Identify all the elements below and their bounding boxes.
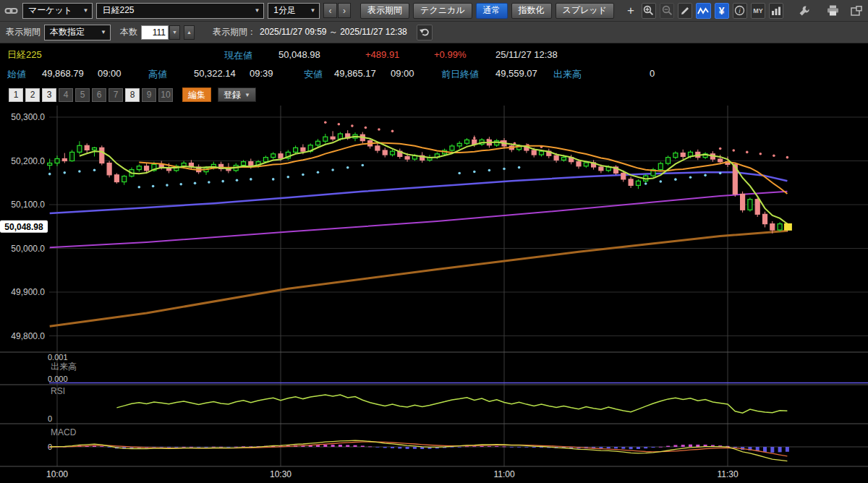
macd-histogram-bar bbox=[524, 447, 528, 448]
sar-below-dot bbox=[93, 168, 96, 171]
macd-histogram-bar bbox=[689, 445, 692, 447]
candlestick bbox=[331, 137, 335, 139]
reset-period-icon[interactable] bbox=[417, 25, 433, 40]
macd-histogram-bar bbox=[354, 445, 357, 447]
page-tab-9[interactable]: 9 bbox=[142, 88, 156, 102]
register-button[interactable]: 登録▼ bbox=[218, 87, 256, 102]
technical-button[interactable]: テクニカル bbox=[413, 3, 472, 19]
yen-display-toggle-icon[interactable]: ¥ bbox=[715, 3, 729, 19]
sar-below-dot bbox=[689, 176, 692, 179]
page-tab-1[interactable]: 1 bbox=[9, 88, 23, 102]
candlestick bbox=[748, 200, 752, 210]
macd-histogram-bar bbox=[673, 445, 677, 447]
macd-histogram-bar bbox=[226, 447, 230, 448]
sar-below-dot bbox=[166, 184, 169, 187]
count-mode-dropdown[interactable]: 本数指定▼ bbox=[44, 25, 111, 40]
low-label: 安値 bbox=[304, 68, 323, 81]
indexed-button[interactable]: 指数化 bbox=[511, 3, 552, 19]
price-change-pct: +0.99% bbox=[434, 49, 466, 60]
y-axis-label: 50,000.0 bbox=[11, 244, 45, 254]
candlestick bbox=[145, 166, 149, 171]
chevron-down-icon: ▼ bbox=[83, 7, 89, 14]
count-decrement-button[interactable]: ▼ bbox=[169, 25, 180, 40]
draw-pencil-icon[interactable] bbox=[678, 3, 692, 19]
low-value: 49,865.17 bbox=[334, 68, 376, 79]
macd-histogram-bar bbox=[368, 446, 372, 447]
sar-above-dot bbox=[351, 124, 354, 127]
candlestick bbox=[294, 148, 298, 152]
sar-above-dot bbox=[391, 130, 394, 133]
page-tab-7[interactable]: 7 bbox=[109, 88, 123, 102]
print-icon[interactable] bbox=[825, 3, 840, 19]
candlestick bbox=[741, 194, 745, 210]
sar-below-dot bbox=[179, 183, 182, 186]
macd-histogram-bar bbox=[666, 446, 670, 447]
market-dropdown[interactable]: マーケット▼ bbox=[22, 3, 93, 19]
volume-tick: 0.001 bbox=[48, 353, 68, 362]
quote-datetime: 25/11/27 12:38 bbox=[495, 49, 558, 60]
sar-above-dot bbox=[719, 148, 722, 150]
candlestick bbox=[77, 145, 82, 152]
popout-window-icon[interactable] bbox=[849, 3, 864, 19]
macd-histogram-bar bbox=[480, 446, 484, 447]
candlestick bbox=[450, 146, 454, 150]
page-tab-5[interactable]: 5 bbox=[75, 88, 90, 102]
page-tab-group: 12345678910 bbox=[9, 88, 173, 102]
y-axis-label: 50,200.0 bbox=[11, 156, 45, 166]
spread-button[interactable]: スプレッド bbox=[556, 3, 614, 19]
zoom-out-icon[interactable] bbox=[660, 3, 674, 19]
zoom-in-icon[interactable] bbox=[642, 3, 656, 19]
macd-histogram-bar bbox=[681, 445, 685, 447]
my-chart-icon[interactable]: MY bbox=[751, 3, 765, 19]
page-tab-10[interactable]: 10 bbox=[158, 88, 173, 102]
candlestick bbox=[599, 167, 603, 171]
candlestick bbox=[666, 158, 671, 163]
sar-below-dot bbox=[719, 172, 722, 175]
next-button[interactable]: › bbox=[338, 3, 351, 18]
candlestick bbox=[93, 148, 97, 150]
page-tab-4[interactable]: 4 bbox=[59, 88, 73, 102]
macd-histogram-bar bbox=[375, 447, 379, 448]
x-axis-label: 10:00 bbox=[46, 469, 68, 479]
sar-above-dot bbox=[338, 123, 341, 126]
prev-button[interactable]: ‹ bbox=[323, 3, 336, 18]
bar-count-input[interactable] bbox=[141, 25, 169, 40]
display-period-button[interactable]: 表示期間 bbox=[360, 3, 409, 19]
normal-mode-button[interactable]: 通常 bbox=[476, 3, 508, 19]
volume-bars-icon[interactable] bbox=[769, 3, 783, 19]
symbol-dropdown[interactable]: 日経225▼ bbox=[96, 3, 264, 19]
candlestick bbox=[457, 143, 461, 146]
rsi-panel-label: RSI bbox=[51, 386, 65, 396]
interval-dropdown[interactable]: 1分足▼ bbox=[268, 3, 320, 19]
chart-canvas[interactable]: 50,300.050,200.050,100.050,000.049,900.0… bbox=[0, 106, 868, 483]
settings-wrench-icon[interactable] bbox=[797, 3, 812, 19]
macd-histogram-bar bbox=[190, 447, 193, 448]
sar-below-dot bbox=[221, 180, 224, 183]
macd-histogram-bar bbox=[659, 447, 663, 448]
info-icon[interactable]: i bbox=[733, 3, 747, 19]
line-chart-toggle-icon[interactable] bbox=[696, 3, 710, 19]
volume-panel-label: 出来高 bbox=[51, 362, 77, 372]
macd-histogram-bar bbox=[234, 447, 238, 448]
page-tab-3[interactable]: 3 bbox=[42, 88, 56, 102]
page-tab-2[interactable]: 2 bbox=[25, 88, 40, 102]
add-icon[interactable]: + bbox=[624, 3, 638, 19]
macd-histogram-bar bbox=[398, 447, 401, 448]
ma-long-line bbox=[50, 172, 788, 213]
macd-panel-label: MACD bbox=[51, 427, 77, 437]
candlestick bbox=[718, 159, 723, 162]
page-tab-6[interactable]: 6 bbox=[92, 88, 106, 102]
candlestick bbox=[70, 152, 75, 161]
link-icon[interactable] bbox=[4, 3, 19, 19]
high-label: 高値 bbox=[148, 68, 167, 81]
interval-dropdown-value: 1分足 bbox=[273, 4, 296, 17]
sar-below-dot bbox=[78, 170, 81, 173]
count-increment-button[interactable]: ▲ bbox=[184, 25, 195, 40]
candlestick bbox=[763, 214, 767, 223]
y-axis-label: 50,300.0 bbox=[11, 112, 45, 122]
candlestick bbox=[316, 141, 320, 145]
edit-button[interactable]: 編集 bbox=[182, 87, 211, 102]
page-tab-8[interactable]: 8 bbox=[125, 88, 140, 102]
quote-row-1: 日経225 現在値 50,048.98 +489.91 +0.99% 25/11… bbox=[0, 43, 868, 65]
macd-histogram-bar bbox=[472, 446, 476, 447]
